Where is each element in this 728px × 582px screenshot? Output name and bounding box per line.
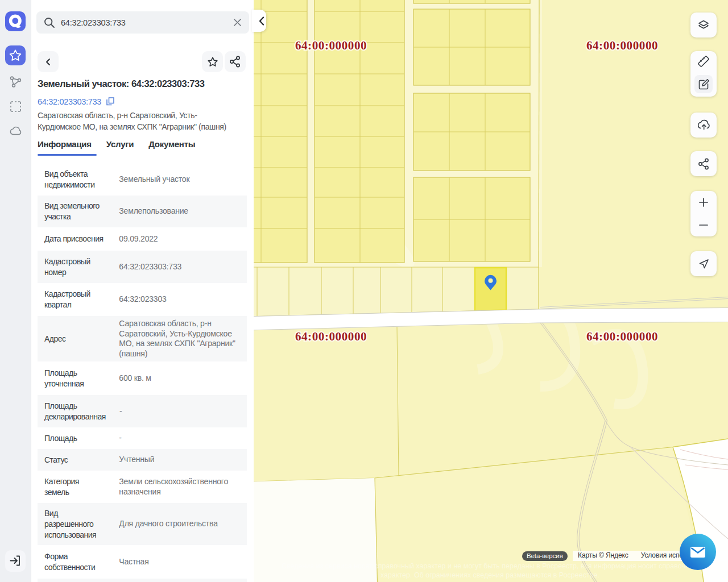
svg-text:64:00:000000: 64:00:000000: [586, 330, 658, 343]
svg-text:64:00:000000: 64:00:000000: [295, 39, 367, 52]
svg-text:64:00:000000: 64:00:000000: [586, 39, 658, 52]
svg-text:64:00:000000: 64:00:000000: [295, 330, 367, 343]
